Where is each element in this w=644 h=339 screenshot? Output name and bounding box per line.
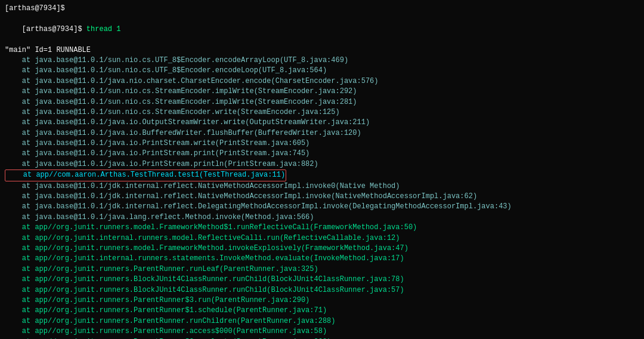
stack-line: at app//org.junit.internal.runners.model…: [5, 233, 639, 244]
stack-line: at java.base@11.0.1/sun.nio.cs.UTF_8$Enc…: [5, 66, 639, 76]
stack-line: at java.base@11.0.1/jdk.internal.reflect…: [5, 192, 639, 202]
stack-line: at app//org.junit.runners.ParentRunner.r…: [5, 316, 639, 326]
stack-line: at java.base@11.0.1/java.io.OutputStream…: [5, 118, 639, 128]
stack-line: at java.base@11.0.1/java.io.PrintStream.…: [5, 149, 639, 159]
stack-line: at app//com.aaron.Arthas.TestThread.test…: [5, 170, 639, 181]
stack-line: at java.base@11.0.1/java.io.PrintStream.…: [5, 159, 639, 170]
stack-trace: at java.base@11.0.1/sun.nio.cs.UTF_8$Enc…: [5, 56, 639, 339]
stack-line: at java.base@11.0.1/sun.nio.cs.UTF_8$Enc…: [5, 56, 639, 66]
stack-line: at app//org.junit.runners.model.Framewor…: [5, 244, 639, 254]
prompt-line-1: [arthas@7934]$: [5, 4, 639, 14]
stack-line: at java.base@11.0.1/sun.nio.cs.StreamEnc…: [5, 97, 639, 107]
thread-header: "main" Id=1 RUNNABLE: [5, 45, 639, 56]
stack-line: at java.base@11.0.1/java.nio.charset.Cha…: [5, 76, 639, 87]
stack-line: at java.base@11.0.1/sun.nio.cs.StreamEnc…: [5, 107, 639, 118]
stack-line: at java.base@11.0.1/sun.nio.cs.StreamEnc…: [5, 87, 639, 97]
stack-line: at java.base@11.0.1/jdk.internal.reflect…: [5, 202, 639, 212]
command-line: [arthas@7934]$ thread 1: [5, 14, 639, 45]
terminal-window: [arthas@7934]$ [arthas@7934]$ thread 1 "…: [0, 0, 644, 339]
stack-line: at app//org.junit.internal.runners.state…: [5, 254, 639, 264]
stack-line: at java.base@11.0.1/java.io.BufferedWrit…: [5, 128, 639, 138]
stack-line: at app//org.junit.runners.ParentRunner$2…: [5, 337, 639, 340]
stack-line: at app//org.junit.runners.BlockJUnit4Cla…: [5, 285, 639, 295]
stack-line: at java.base@11.0.1/jdk.internal.reflect…: [5, 181, 639, 192]
stack-line: at app//org.junit.runners.BlockJUnit4Cla…: [5, 275, 639, 285]
stack-line: at app//org.junit.runners.model.Framewor…: [5, 223, 639, 233]
stack-line: at app//org.junit.runners.ParentRunner$3…: [5, 295, 639, 306]
stack-line: at java.base@11.0.1/java.io.PrintStream.…: [5, 138, 639, 149]
stack-line: at app//org.junit.runners.ParentRunner.r…: [5, 264, 639, 275]
stack-line: at app//org.junit.runners.ParentRunner$1…: [5, 306, 639, 316]
stack-line: at app//org.junit.runners.ParentRunner.a…: [5, 326, 639, 337]
stack-line: at java.base@11.0.1/java.lang.reflect.Me…: [5, 212, 639, 223]
